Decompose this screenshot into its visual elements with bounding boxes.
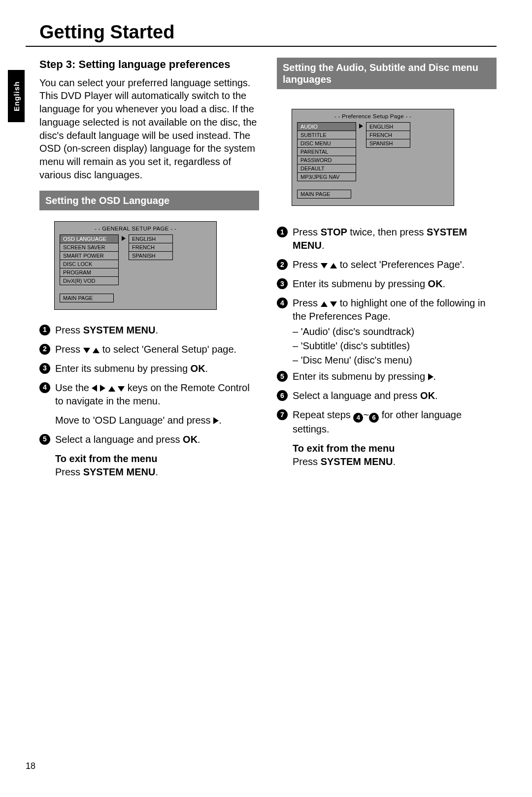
- content-columns: Step 3: Setting language preferences You…: [26, 58, 497, 479]
- osd-lang: ENGLISH: [129, 234, 173, 243]
- osd-item: AUDIO: [297, 122, 356, 131]
- bullet-ref-icon: 6: [369, 413, 379, 423]
- osd-lang-list: ENGLISH FRENCH SPANISH: [366, 122, 410, 147]
- bullet-icon: 4: [39, 382, 50, 393]
- osd-lang: ENGLISH: [366, 122, 410, 131]
- step3-heading: Step 3: Setting language preferences: [39, 58, 259, 71]
- bullet-ref-icon: 4: [353, 413, 363, 423]
- up-arrow-icon: [93, 348, 100, 353]
- osd-item: PASSWORD: [297, 156, 356, 165]
- osd-item: DEFAULT: [297, 164, 356, 173]
- bullet-icon: 3: [39, 363, 50, 374]
- right-arrow-icon: [122, 236, 126, 241]
- osd-main-page: MAIN PAGE: [297, 190, 351, 199]
- bullet-icon: 5: [39, 434, 50, 445]
- options-list: – 'Audio' (disc's soundtrack) – 'Subtitl…: [293, 325, 497, 367]
- exit-note: To exit from the menu Press SYSTEM MENU.: [293, 442, 497, 468]
- left-column: Step 3: Setting language preferences You…: [39, 58, 259, 479]
- osd-item: DivX(R) VOD: [60, 276, 119, 285]
- osd-item: SUBTITLE: [297, 131, 356, 139]
- osd-item: DISC MENU: [297, 139, 356, 148]
- osd-item: MP3/JPEG NAV: [297, 172, 356, 181]
- down-arrow-icon: [321, 263, 328, 268]
- step-5: 5 Enter its submenu by pressing .: [277, 370, 497, 383]
- bullet-icon: 5: [277, 371, 288, 382]
- osd-lang: FRENCH: [129, 243, 173, 252]
- step-5: 5 Select a language and press OK.: [39, 433, 259, 446]
- general-setup-osd: - - GENERAL SETUP PAGE - - OSD LANGUAGE …: [54, 221, 217, 310]
- osd-lang-list: ENGLISH FRENCH SPANISH: [129, 234, 173, 260]
- osd-item: SCREEN SAVER: [60, 243, 119, 252]
- bullet-icon: 1: [277, 227, 288, 237]
- osd-item: OSD LANGUAGE: [60, 234, 119, 243]
- osd-title: - - GENERAL SETUP PAGE - -: [60, 226, 211, 232]
- osd-item: SMART POWER: [60, 251, 119, 260]
- audio-subtitle-bar: Setting the Audio, Subtitle and Disc men…: [277, 58, 497, 89]
- down-arrow-icon: [330, 301, 337, 307]
- left-arrow-icon: [92, 385, 97, 392]
- osd-left-list: AUDIO SUBTITLE DISC MENU PARENTAL PASSWO…: [297, 122, 356, 181]
- osd-lang: SPANISH: [129, 251, 173, 260]
- step-7: 7 Repeat steps 4~6 for other language se…: [277, 408, 497, 436]
- page-number: 18: [26, 761, 35, 771]
- osd-language-bar: Setting the OSD Language: [39, 191, 259, 210]
- osd-lang: FRENCH: [366, 131, 410, 139]
- step3-intro: You can select your preferred language s…: [39, 76, 259, 182]
- step-2: 2 Press to select 'Preferences Page'.: [277, 258, 497, 271]
- step-4: 4 Press to highlight one of the followin…: [277, 297, 497, 368]
- step-1: 1 Press SYSTEM MENU.: [39, 324, 259, 337]
- language-side-tab: English: [8, 70, 25, 122]
- up-arrow-icon: [108, 386, 115, 392]
- step-4: 4 Use the keys on the Remote Control to …: [39, 381, 259, 408]
- page-title: Getting Started: [26, 22, 497, 47]
- right-column: Setting the Audio, Subtitle and Disc men…: [277, 58, 497, 479]
- bullet-icon: 7: [277, 409, 288, 420]
- step-4-sub: Move to 'OSD Language' and press .: [55, 414, 259, 427]
- bullet-icon: 6: [277, 390, 288, 401]
- right-arrow-icon: [213, 417, 219, 424]
- step-6: 6 Select a language and press OK.: [277, 389, 497, 402]
- bullet-icon: 2: [39, 344, 50, 355]
- step-2: 2 Press to select 'General Setup' page.: [39, 343, 259, 356]
- osd-lang: SPANISH: [366, 139, 410, 148]
- exit-note: To exit from the menu Press SYSTEM MENU.: [55, 452, 259, 479]
- down-arrow-icon: [118, 386, 125, 392]
- bullet-icon: 2: [277, 259, 288, 270]
- right-steps: 1 Press STOP twice, then press SYSTEM ME…: [277, 226, 497, 436]
- right-arrow-icon: [428, 373, 433, 380]
- bullet-icon: 1: [39, 325, 50, 335]
- step-1: 1 Press STOP twice, then press SYSTEM ME…: [277, 226, 497, 252]
- up-arrow-icon: [321, 301, 328, 307]
- step-3: 3 Enter its submenu by pressing OK.: [39, 362, 259, 375]
- step-3: 3 Enter its submenu by pressing OK.: [277, 277, 497, 291]
- left-steps: 1 Press SYSTEM MENU. 2 Press to select '…: [39, 324, 259, 446]
- bullet-icon: 4: [277, 298, 288, 308]
- down-arrow-icon: [83, 348, 90, 353]
- osd-main-page: MAIN PAGE: [60, 294, 114, 302]
- preference-setup-osd: - - Preference Setup Page - - AUDIO SUBT…: [292, 109, 454, 206]
- osd-item: PROGRAM: [60, 268, 119, 277]
- osd-left-list: OSD LANGUAGE SCREEN SAVER SMART POWER DI…: [60, 234, 119, 285]
- osd-item: PARENTAL: [297, 147, 356, 156]
- osd-item: DISC LOCK: [60, 260, 119, 268]
- right-arrow-icon: [100, 385, 105, 392]
- bullet-icon: 3: [277, 278, 288, 289]
- right-arrow-icon: [359, 124, 363, 129]
- up-arrow-icon: [330, 263, 337, 268]
- osd-title: - - Preference Setup Page - -: [297, 113, 449, 119]
